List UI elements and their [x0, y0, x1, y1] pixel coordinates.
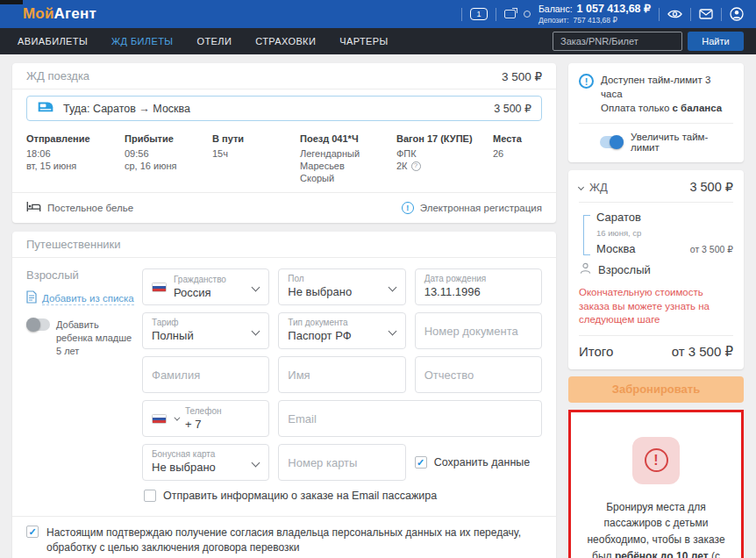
- bonuscard-select[interactable]: Бонусная картаНе выбрано: [142, 444, 269, 481]
- add-child-label: Добавить ребенка младше 5 лет: [56, 318, 133, 358]
- divider: [579, 335, 733, 336]
- route-bracket: [583, 215, 590, 255]
- increase-timelimit-label: Увеличить тайм-лимит: [631, 132, 733, 153]
- logo-part2: Агент: [54, 5, 96, 22]
- route-row[interactable]: Туда: Саратов → Москва 3 500 ₽: [26, 96, 542, 121]
- summary-passenger: Взрослый: [598, 263, 651, 276]
- user-icon[interactable]: [730, 7, 744, 21]
- divider: [579, 202, 733, 203]
- consent-checkbox[interactable]: ✓: [26, 526, 39, 538]
- balance-block: Баланс: 1 057 413,68 ₽ Депозит: 757 413,…: [538, 4, 651, 25]
- separator: [721, 8, 722, 21]
- detail-arrival: Прибытие 09:56 ср, 16 июня: [125, 133, 212, 184]
- train-icon: [37, 100, 54, 117]
- cardnumber-field[interactable]: Номер карты: [278, 444, 405, 481]
- bed-icon: [26, 200, 41, 216]
- logo-part1: Мой: [23, 5, 54, 22]
- card-icon[interactable]: [504, 10, 516, 18]
- divider: [579, 123, 733, 124]
- total-label: Итого: [579, 344, 613, 359]
- save-data-label: Сохранить данные: [434, 456, 531, 469]
- mail-icon[interactable]: [699, 9, 713, 19]
- passengers-title: Путешественники: [26, 238, 121, 251]
- send-email-checkbox[interactable]: [144, 490, 156, 502]
- tab-counter-icon[interactable]: 1: [470, 8, 488, 20]
- info-icon: !: [402, 202, 414, 214]
- deposit-value: 757 413,68 ₽: [574, 17, 617, 25]
- order-search-input[interactable]: Заказ/PNR/Билет: [553, 32, 682, 51]
- summary-date: 16 июня, ср: [596, 228, 733, 238]
- refresh-icon[interactable]: [524, 11, 531, 18]
- chevron-down-icon[interactable]: [578, 184, 584, 190]
- document-icon: [26, 290, 37, 307]
- screenshot-artifact: [0, 0, 23, 4]
- email-field[interactable]: Email: [278, 400, 542, 437]
- deposit-label: Депозит:: [538, 17, 569, 25]
- middlename-field[interactable]: Отчество: [415, 356, 542, 393]
- summary-section-price: 3 500 ₽: [689, 180, 733, 194]
- trip-card: ЖД поездка 3 500 ₽ Туда: Саратов → Москв…: [12, 63, 556, 223]
- firstname-field[interactable]: Имя: [278, 356, 405, 393]
- gender-select[interactable]: ПолНе выбрано: [278, 268, 405, 305]
- main-nav: АВИАБИЛЕТЫ ЖД БИЛЕТЫ ОТЕЛИ СТРАХОВКИ ЧАР…: [0, 28, 756, 54]
- passengers-card: Путешественники Взрослый Добавить из спи…: [12, 232, 556, 558]
- separator: [496, 8, 496, 21]
- chevron-down-icon: [174, 414, 180, 420]
- balance-label: Баланс:: [538, 4, 573, 15]
- alert-icon: !: [632, 437, 680, 484]
- nav-tab-charters[interactable]: ЧАРТЕРЫ: [339, 36, 388, 46]
- separator: [690, 8, 691, 21]
- timelimit-line1: Доступен тайм-лимит 3 часа: [601, 73, 733, 101]
- timelimit-line2: Оплата только с баланса: [601, 101, 733, 115]
- book-button[interactable]: Забронировать: [568, 376, 744, 403]
- nav-tab-rail[interactable]: ЖД БИЛЕТЫ: [111, 36, 173, 46]
- detail-departure: Отправление 18:06 вт, 15 июня: [26, 133, 125, 184]
- highlight-frame: ! Бронируя места для пассажиров с детьми…: [568, 410, 744, 558]
- order-summary-card: ЖД 3 500 ₽ Саратов 16 июня, ср Москва от…: [568, 170, 744, 369]
- save-data-checkbox[interactable]: ✓: [415, 456, 427, 469]
- consent-label: Настоящим подтверждаю получение согласия…: [46, 526, 542, 555]
- detail-seats: Места 26: [493, 133, 542, 184]
- passenger-type-label: Взрослый: [26, 268, 142, 282]
- summary-from: Саратов: [596, 211, 733, 224]
- eye-icon[interactable]: [667, 9, 682, 19]
- add-child-toggle[interactable]: [26, 318, 50, 331]
- birthdate-field[interactable]: Дата рождения13.11.1996: [415, 268, 542, 305]
- route-label: Туда: Саратов → Москва: [63, 103, 190, 115]
- app-logo[interactable]: МойАгент: [23, 5, 96, 23]
- add-from-list-link[interactable]: Добавить из списка: [26, 290, 142, 307]
- chevron-down-icon: [252, 283, 260, 292]
- nav-tab-avia[interactable]: АВИАБИЛЕТЫ: [18, 36, 88, 46]
- help-icon[interactable]: ?: [411, 161, 421, 171]
- increase-timelimit-toggle[interactable]: [600, 136, 624, 148]
- trip-price: 3 500 ₽: [502, 69, 542, 83]
- summary-note: Окончательную стоимость заказа вы можете…: [579, 286, 733, 327]
- trip-details: Отправление 18:06 вт, 15 июня Прибытие 0…: [12, 127, 556, 192]
- find-button[interactable]: Найти: [688, 32, 744, 51]
- doctype-select[interactable]: Тип документаПаспорт РФ: [278, 312, 405, 349]
- add-from-list-label: Добавить из списка: [42, 293, 134, 305]
- trip-title: ЖД поездка: [26, 69, 89, 82]
- timelimit-card: ! Доступен тайм-лимит 3 часа Оплата толь…: [568, 63, 744, 162]
- route-price: 3 500 ₽: [494, 102, 531, 115]
- top-bar: МойАгент 1 Баланс: 1 057 413,68 ₽ Депози…: [0, 0, 756, 28]
- eregistration-label: Электронная регистрация: [420, 203, 542, 213]
- bedding-label: Постельное белье: [47, 203, 133, 213]
- detail-duration: В пути 15ч: [212, 133, 300, 184]
- children-notice-card: ! Бронируя места для пассажиров с детьми…: [571, 412, 741, 558]
- detail-train: Поезд 041*Ч Легендарный Маресьев Скорый: [300, 133, 396, 184]
- russia-flag-icon: [152, 283, 167, 292]
- send-email-label: Отправить информацию о заказе на Email п…: [163, 490, 437, 502]
- summary-section-label: ЖД: [589, 181, 608, 194]
- person-icon: [579, 261, 592, 278]
- lastname-field[interactable]: Фамилия: [142, 356, 269, 393]
- nav-tab-hotels[interactable]: ОТЕЛИ: [196, 36, 232, 46]
- docnumber-field[interactable]: Номер документа: [415, 312, 542, 349]
- phone-field[interactable]: Телефон+ 7: [142, 400, 269, 437]
- russia-flag-icon: [152, 414, 167, 424]
- tariff-select[interactable]: ТарифПолный: [142, 312, 269, 349]
- nav-tab-insurance[interactable]: СТРАХОВКИ: [255, 36, 316, 46]
- info-icon: !: [579, 74, 594, 89]
- separator: [659, 8, 660, 21]
- citizenship-select[interactable]: ГражданствоРоссия: [142, 268, 269, 305]
